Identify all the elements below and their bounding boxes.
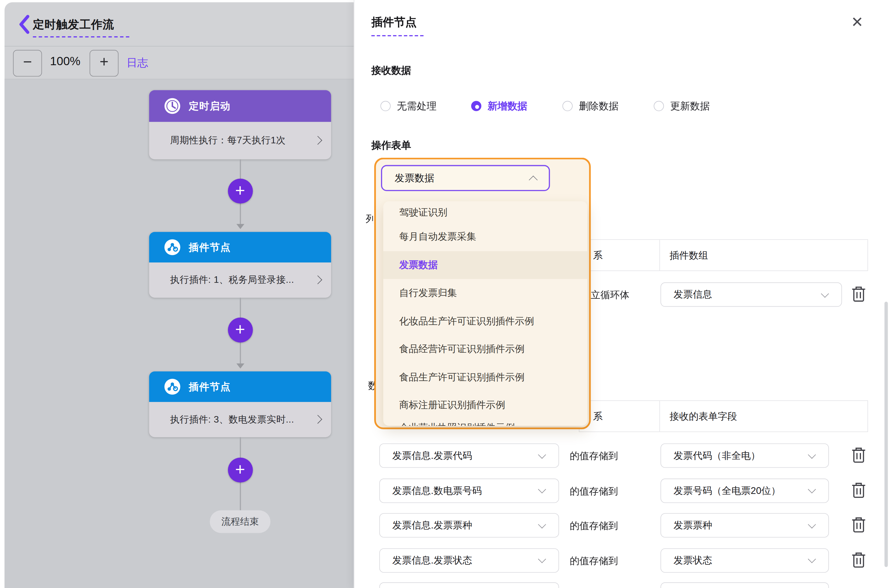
workflow-title: 定时触发工作流 — [33, 17, 114, 32]
select-value: 发票票种 — [661, 519, 712, 532]
node-plugin-summary-row[interactable]: 执行插件: 3、数电发票实时... — [149, 402, 331, 437]
panel-title-underline — [371, 35, 423, 36]
workflow-canvas[interactable]: 定时启动 周期性执行：每7天执行1次 + — [4, 80, 354, 588]
loop-array-select[interactable]: 发票信息 — [661, 282, 842, 307]
radio-selected-icon — [471, 101, 481, 111]
mapping-target-select[interactable]: 发票状态 — [661, 548, 829, 572]
plugin-node-panel: 插件节点 ✕ 接收数据 无需处理 新增数据 删除数据 更新数据 操作表单 列 数… — [354, 0, 889, 588]
log-link[interactable]: 日志 — [126, 56, 148, 70]
chevron-down-icon — [538, 555, 546, 563]
plugin-icon — [164, 239, 181, 256]
dropdown-item[interactable]: 自行发票归集 — [383, 279, 588, 307]
radio-label: 更新数据 — [670, 99, 710, 112]
back-icon[interactable] — [17, 14, 32, 34]
chevron-down-icon — [538, 520, 546, 528]
mapping-target-select-partial[interactable] — [661, 582, 829, 588]
store-to-label: 的值存储到 — [570, 554, 632, 567]
dropdown-item[interactable]: 化妆品生产许可证识别插件示例 — [383, 307, 588, 335]
workflow-area: 定时触发工作流 − 100% + 日志 — [4, 2, 354, 588]
highlighted-form-select-group: 发票数据 驾驶证识别 每月自动发票采集 发票数据 自行发票归集 化妆品生产许可证… — [374, 158, 591, 429]
operate-form-label: 操作表单 — [371, 138, 411, 152]
store-to-label: 的值存储到 — [570, 519, 632, 532]
delete-mapping-button[interactable] — [851, 516, 868, 535]
radio-update-data[interactable]: 更新数据 — [654, 99, 710, 112]
mapping-target-select[interactable]: 发票票种 — [661, 513, 829, 538]
chevron-down-icon — [808, 520, 816, 528]
title-underline — [33, 36, 129, 38]
close-icon[interactable]: ✕ — [851, 14, 864, 31]
chevron-up-icon — [529, 176, 538, 184]
node-timer-start[interactable]: 定时启动 周期性执行：每7天执行1次 — [149, 90, 331, 159]
node-plugin-2[interactable]: 插件节点 执行插件: 3、数电发票实时... — [149, 371, 331, 437]
mapping-source-select[interactable]: 发票信息.发票代码 — [379, 444, 559, 468]
header-cell-left: 系 — [579, 401, 660, 431]
radio-delete-data[interactable]: 删除数据 — [562, 99, 618, 112]
node-title: 定时启动 — [189, 99, 231, 112]
occluded-text-fragment: 数 — [368, 379, 375, 392]
radio-add-data[interactable]: 新增数据 — [471, 99, 527, 112]
dropdown-item[interactable]: 食品经营许可证识别插件示例 — [383, 335, 588, 363]
radio-label: 新增数据 — [488, 99, 528, 112]
select-value: 发票代码（非全电） — [661, 449, 760, 462]
dropdown-item[interactable]: 商标注册证识别插件示例 — [383, 391, 588, 419]
select-value: 发票信息.发票代码 — [380, 449, 472, 462]
zoom-level: 100% — [45, 54, 85, 68]
zoom-out-button[interactable]: − — [13, 50, 42, 76]
zoom-in-button[interactable]: + — [90, 50, 118, 76]
chevron-right-icon — [313, 415, 322, 424]
mapping-source-select[interactable]: 发票信息.数电票号码 — [379, 478, 559, 503]
mapping-source-select[interactable]: 发票信息.发票票种 — [379, 513, 559, 538]
store-to-label: 的值存储到 — [570, 484, 632, 498]
radio-label: 无需处理 — [397, 99, 437, 112]
select-value: 发票信息.发票状态 — [380, 554, 472, 567]
select-value: 发票状态 — [661, 554, 712, 567]
add-node-button[interactable]: + — [228, 458, 253, 482]
mapping-target-select[interactable]: 发票号码（全电票20位） — [661, 478, 829, 503]
node-title: 插件节点 — [189, 380, 231, 393]
receive-data-label: 接收数据 — [371, 63, 411, 77]
node-timer-summary-row[interactable]: 周期性执行：每7天执行1次 — [149, 122, 331, 159]
node-plugin-header: 插件节点 — [149, 371, 331, 402]
add-node-button[interactable]: + — [228, 317, 253, 342]
add-node-button[interactable]: + — [228, 178, 253, 204]
form-dropdown-list: 驾驶证识别 每月自动发票采集 发票数据 自行发票归集 化妆品生产许可证识别插件示… — [383, 201, 588, 426]
app-root: 定时触发工作流 − 100% + 日志 — [0, 0, 889, 588]
delete-mapping-button[interactable] — [851, 446, 868, 465]
flow-end-pill: 流程结束 — [210, 510, 270, 533]
header-cell-plugin-array: 插件数组 — [660, 249, 708, 262]
dropdown-item[interactable]: 每月自动发票采集 — [383, 223, 588, 251]
node-timer-header: 定时启动 — [149, 90, 331, 122]
mapping-target-select[interactable]: 发票代码（非全电） — [661, 444, 829, 468]
radio-icon — [654, 101, 664, 111]
store-to-label: 的值存储到 — [570, 450, 632, 463]
header-cell-left: 系 — [579, 240, 660, 270]
chevron-right-icon — [313, 136, 322, 145]
radio-no-process[interactable]: 无需处理 — [380, 99, 436, 112]
dropdown-item[interactable]: 驾驶证识别 — [383, 201, 588, 223]
mapping-source-select-partial[interactable] — [379, 582, 559, 588]
node-summary: 执行插件: 1、税务局登录接... — [149, 274, 294, 286]
form-select[interactable]: 发票数据 — [381, 165, 550, 191]
dropdown-item-selected[interactable]: 发票数据 — [383, 251, 588, 279]
workflow-header: 定时触发工作流 — [4, 2, 354, 46]
occluded-text-fragment: 列 — [366, 212, 373, 226]
panel-scrollbar[interactable] — [885, 302, 888, 567]
dropdown-item[interactable]: 食品生产许可证识别插件示例 — [383, 363, 588, 391]
chevron-right-icon — [313, 275, 322, 284]
node-summary: 周期性执行：每7天执行1次 — [149, 135, 286, 147]
delete-mapping-button[interactable] — [851, 551, 868, 570]
delete-mapping-button[interactable] — [851, 481, 868, 500]
connector-arrow-icon — [236, 224, 244, 229]
node-plugin-summary-row[interactable]: 执行插件: 1、税务局登录接... — [149, 262, 331, 297]
select-value: 发票信息.发票票种 — [380, 519, 472, 532]
loop-body-label-fragment: 立循环体 — [591, 289, 630, 302]
mapping-source-select[interactable]: 发票信息.发票状态 — [379, 548, 559, 572]
radio-label: 删除数据 — [579, 99, 619, 112]
chevron-down-icon — [538, 451, 546, 459]
select-value: 发票数据 — [382, 171, 434, 185]
radio-icon — [380, 101, 391, 111]
field-mapping-header-row: 系 接收的表单字段 — [579, 400, 868, 432]
delete-loop-button[interactable] — [851, 285, 868, 304]
dropdown-item-partial[interactable]: 企业营业执照识别插件示例 — [383, 422, 588, 426]
node-plugin-1[interactable]: 插件节点 执行插件: 1、税务局登录接... — [149, 232, 331, 297]
